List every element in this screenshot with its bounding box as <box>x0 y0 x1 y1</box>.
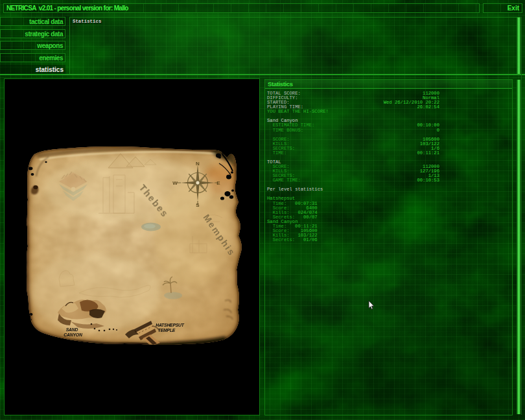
svg-text:W: W <box>172 180 178 186</box>
svg-text:SAND: SAND <box>66 327 78 332</box>
svg-text:S: S <box>196 202 200 208</box>
svg-text:HATSHEPSUT: HATSHEPSUT <box>156 323 185 327</box>
svg-text:TEMPLE: TEMPLE <box>158 328 176 332</box>
svg-text:N: N <box>196 161 200 167</box>
svg-text:CANYON: CANYON <box>64 332 83 337</box>
svg-text:E: E <box>216 180 220 186</box>
